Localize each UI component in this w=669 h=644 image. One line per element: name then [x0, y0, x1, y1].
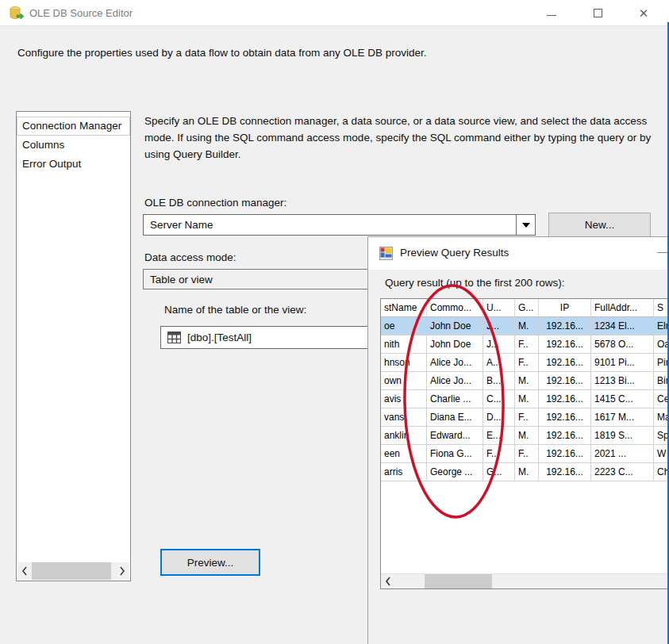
- table-cell: 1213 Bi...: [591, 372, 654, 390]
- table-cell: anklin: [381, 427, 427, 445]
- table-row[interactable]: eenFiona G...F...F..192.16...2021 ...W: [381, 445, 669, 463]
- scroll-left-icon[interactable]: [17, 562, 32, 580]
- table-cell: A...: [483, 354, 515, 372]
- table-cell: 1617 M...: [591, 408, 654, 427]
- column-header[interactable]: U...: [483, 299, 515, 317]
- column-header[interactable]: G...: [515, 299, 539, 317]
- table-cell: 1234 El...: [591, 317, 654, 335]
- table-cell: Alice Jo...: [427, 372, 483, 390]
- table-cell: Charlie ...: [427, 390, 483, 408]
- table-cell: 192.16...: [539, 372, 591, 390]
- table-cell: 192.16...: [539, 445, 591, 463]
- table-row[interactable]: vansDiana E...D...F..192.16...1617 M...M…: [381, 408, 669, 427]
- table-cell: D...: [483, 408, 515, 427]
- table-cell: arris: [381, 463, 427, 481]
- minimize-icon: [547, 15, 556, 16]
- table-row[interactable]: oeJohn DoeJ...M.192.16...1234 El...Elm: [381, 317, 669, 335]
- table-cell: George ...: [427, 463, 483, 481]
- table-cell: Edward...: [427, 427, 483, 445]
- table-cell: 5678 O...: [591, 335, 654, 354]
- results-grid[interactable]: stNameCommo...U...G...IPFullAddr...SoeJo…: [380, 298, 669, 589]
- table-cell: E...: [483, 427, 515, 445]
- ole-db-source-editor-window: OLE DB Source Editor ✕ Configure the pro…: [0, 0, 669, 644]
- table-cell: F..: [515, 335, 539, 354]
- table-cell: Diana E...: [427, 408, 483, 427]
- chevron-down-icon[interactable]: [516, 215, 535, 235]
- column-header[interactable]: stName: [381, 299, 427, 317]
- table-cell: 192.16...: [539, 408, 591, 427]
- table-cell: F..: [515, 445, 539, 463]
- table-cell: F...: [483, 445, 515, 463]
- sidebar-item-error-output[interactable]: Error Output: [17, 155, 130, 174]
- table-cell: 1819 S...: [591, 427, 654, 445]
- sidebar-item-columns[interactable]: Columns: [17, 136, 130, 155]
- connection-manager-label: OLE DB connection manager:: [144, 197, 286, 209]
- table-row[interactable]: nithJohn DoeJ...F..192.16...5678 O...Oa: [381, 335, 669, 354]
- connection-manager-value: Server Name: [144, 219, 516, 231]
- table-cell: 192.16...: [539, 463, 591, 481]
- table-cell: avis: [381, 390, 427, 408]
- table-cell: 1415 C...: [591, 390, 654, 408]
- table-row[interactable]: anklinEdward...E...M.192.16...1819 S...S…: [381, 427, 669, 445]
- grid-scroll-thumb[interactable]: [425, 574, 492, 589]
- table-cell: John Doe: [427, 317, 483, 335]
- close-icon: ✕: [639, 7, 649, 19]
- table-cell: 192.16...: [539, 354, 591, 372]
- form-icon: [379, 247, 393, 260]
- sidebar-hscrollbar[interactable]: [17, 562, 129, 580]
- table-cell: own: [381, 372, 427, 390]
- table-grid-icon: [167, 332, 181, 343]
- table-cell: J...: [483, 335, 515, 354]
- table-cell: F..: [515, 354, 539, 372]
- preview-button[interactable]: Preview...: [160, 549, 260, 576]
- preview-minimize-icon[interactable]: [657, 252, 667, 253]
- table-cell: 2021 ...: [591, 445, 654, 463]
- table-row[interactable]: arrisGeorge ...G...M.192.16...2223 C...C…: [381, 463, 669, 481]
- table-row[interactable]: avisCharlie ...C...M.192.16...1415 C...C…: [381, 390, 669, 408]
- preview-titlebar: Preview Query Results: [368, 237, 669, 270]
- new-button[interactable]: New...: [548, 213, 651, 237]
- table-cell: J...: [483, 317, 515, 335]
- table-cell: 9101 Pi...: [591, 354, 654, 372]
- connection-manager-combobox[interactable]: Server Name: [143, 214, 536, 236]
- sidebar-item-connection-manager[interactable]: Connection Manager: [17, 117, 130, 136]
- table-name-label: Name of the table or the view:: [164, 304, 306, 316]
- table-cell: 192.16...: [539, 427, 591, 445]
- column-header[interactable]: FullAddr...: [591, 299, 654, 317]
- close-button[interactable]: ✕: [625, 0, 662, 26]
- table-cell: M.: [515, 317, 539, 335]
- sidebar-scroll-thumb[interactable]: [32, 562, 111, 580]
- data-access-mode-label: Data access mode:: [144, 251, 236, 263]
- pages-listbox: Connection Manager Columns Error Output: [16, 111, 131, 581]
- preview-query-results-dialog: Preview Query Results Query result (up t…: [367, 236, 669, 644]
- page-instructions: Specify an OLE DB connection manager, a …: [144, 113, 660, 163]
- maximize-button[interactable]: [579, 0, 616, 26]
- table-cell: B...: [483, 372, 515, 390]
- table-row[interactable]: hnsonAlice Jo...A...F..192.16...9101 Pi.…: [381, 354, 669, 372]
- table-cell: vans: [381, 408, 427, 427]
- grid-scroll-left-icon[interactable]: [381, 574, 395, 589]
- table-cell: 2223 C...: [591, 463, 654, 481]
- scroll-right-icon[interactable]: [115, 562, 129, 580]
- table-row[interactable]: ownAlice Jo...B...M.192.16...1213 Bi...B…: [381, 372, 669, 390]
- table-cell: Fiona G...: [427, 445, 483, 463]
- table-cell: hnson: [381, 354, 427, 372]
- table-cell: M.: [515, 463, 539, 481]
- table-cell: M.: [515, 372, 539, 390]
- grid-hscrollbar[interactable]: [381, 573, 669, 588]
- minimize-button[interactable]: [533, 0, 570, 26]
- table-cell: oe: [381, 317, 427, 335]
- table-cell: 192.16...: [539, 335, 591, 354]
- table-cell: 192.16...: [539, 317, 591, 335]
- table-cell: M.: [515, 390, 539, 408]
- preview-dialog-title: Preview Query Results: [400, 247, 509, 259]
- maximize-icon: [594, 9, 602, 17]
- query-result-caption: Query result (up to the first 200 rows):: [385, 277, 565, 289]
- column-header[interactable]: IP: [539, 299, 591, 317]
- table-cell: een: [381, 445, 427, 463]
- column-header[interactable]: Commo...: [427, 299, 483, 317]
- database-source-icon: [8, 6, 24, 21]
- table-cell: F..: [515, 408, 539, 427]
- table-cell: 192.16...: [539, 390, 591, 408]
- table-cell: Alice Jo...: [427, 354, 483, 372]
